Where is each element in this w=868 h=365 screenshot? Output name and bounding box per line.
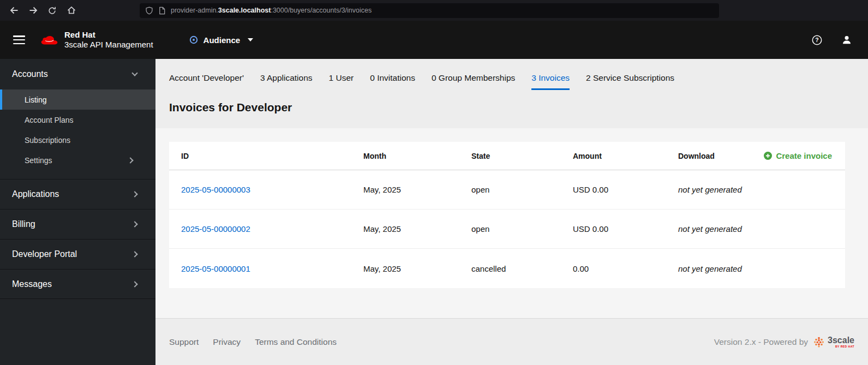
sidebar-item-label: Settings	[25, 156, 52, 165]
tab-user[interactable]: 1 User	[329, 73, 354, 90]
brand-line2: 3scale API Management	[64, 40, 153, 50]
redhat-hat-icon	[40, 34, 59, 46]
forward-button[interactable]	[23, 2, 43, 19]
forward-arrow-icon	[28, 5, 38, 15]
sidebar-item-subscriptions[interactable]: Subscriptions	[0, 130, 155, 150]
table-row: 2025-05-00000002 May, 2025 open USD 0.00…	[169, 210, 845, 249]
col-header-amount: Amount	[573, 152, 678, 160]
col-header-state: State	[471, 152, 573, 160]
version-text: Version 2.x - Powered by	[714, 337, 808, 347]
tab-applications[interactable]: 3 Applications	[260, 73, 313, 90]
col-header-month: Month	[363, 152, 471, 160]
footer-link-privacy[interactable]: Privacy	[213, 337, 241, 347]
sidebar-item-account-plans[interactable]: Account Plans	[0, 110, 155, 130]
footer-link-support[interactable]: Support	[169, 337, 199, 347]
layout-body: Accounts Listing Account Plans Subscript…	[0, 59, 868, 365]
url-bar[interactable]: provider-admin.3scale.localhost:3000/buy…	[140, 3, 719, 18]
back-arrow-icon	[9, 5, 19, 15]
invoices-table: ID Month State Amount Download Create in…	[169, 142, 845, 288]
create-invoice-button[interactable]: Create invoice	[764, 151, 845, 160]
user-menu-button[interactable]	[842, 35, 852, 45]
invoice-state: open	[471, 185, 573, 194]
tab-service-subscriptions[interactable]: 2 Service Subscriptions	[586, 73, 674, 90]
context-label: Audience	[203, 35, 241, 45]
accounts-subnav: Listing Account Plans Subscriptions Sett…	[0, 89, 155, 170]
footer: Support Privacy Terms and Conditions Ver…	[155, 318, 868, 365]
sidebar-item-label: Messages	[12, 279, 52, 289]
home-button[interactable]	[62, 2, 81, 19]
chevron-down-icon	[131, 70, 137, 76]
threescale-wordmark: 3scale BY RED HAT	[828, 336, 854, 348]
url-prefix: provider-admin.	[171, 7, 218, 14]
help-icon: ?	[812, 35, 822, 45]
tab-invoices[interactable]: 3 Invoices	[531, 73, 570, 90]
main-content: Account 'Developer' 3 Applications 1 Use…	[155, 59, 868, 365]
threescale-ball-icon	[813, 336, 825, 348]
browser-chrome: provider-admin.3scale.localhost:3000/buy…	[0, 0, 868, 21]
refresh-icon	[47, 6, 57, 15]
page-icon	[158, 7, 166, 15]
screen: provider-admin.3scale.localhost:3000/buy…	[0, 0, 868, 365]
home-icon	[67, 5, 76, 15]
sidebar-item-billing[interactable]: Billing	[0, 209, 155, 239]
refresh-button[interactable]	[43, 2, 62, 19]
page-title: Invoices for Developer	[169, 101, 868, 114]
invoice-month: May, 2025	[363, 224, 471, 234]
shield-icon	[145, 7, 153, 15]
help-button[interactable]: ?	[812, 35, 822, 45]
chevron-right-icon	[127, 157, 133, 163]
chevron-right-icon	[131, 191, 137, 197]
footer-links: Support Privacy Terms and Conditions	[169, 337, 337, 347]
url-path: :3000/buyers/accounts/3/invoices	[271, 7, 372, 14]
footer-link-terms[interactable]: Terms and Conditions	[255, 337, 337, 347]
url-host: 3scale.localhost	[218, 7, 271, 14]
plus-circle-icon	[764, 152, 772, 160]
sidebar: Accounts Listing Account Plans Subscript…	[0, 59, 155, 365]
hamburger-menu-icon[interactable]	[13, 35, 25, 44]
footer-version: Version 2.x - Powered by	[714, 336, 854, 348]
chevron-down-icon	[248, 38, 253, 41]
table-header-row: ID Month State Amount Download Create in…	[169, 142, 845, 170]
chevron-right-icon	[131, 221, 137, 227]
sidebar-item-label: Developer Portal	[12, 249, 77, 259]
context-selector[interactable]: Audience	[189, 35, 254, 45]
col-header-download: Download	[678, 152, 764, 160]
sidebar-item-settings[interactable]: Settings	[0, 150, 155, 170]
sidebar-item-listing[interactable]: Listing	[0, 89, 155, 110]
invoice-download-status: not yet generated	[678, 264, 845, 273]
sidebar-item-label: Account Plans	[25, 116, 74, 124]
brand-text: Red Hat 3scale API Management	[64, 30, 153, 50]
invoice-id-link[interactable]: 2025-05-00000003	[181, 185, 250, 194]
invoice-month: May, 2025	[363, 185, 471, 194]
back-button[interactable]	[4, 2, 23, 19]
tab-account-developer[interactable]: Account 'Developer'	[169, 73, 244, 90]
invoice-month: May, 2025	[363, 264, 471, 273]
account-tabs: Account 'Developer' 3 Applications 1 Use…	[155, 59, 868, 90]
tab-invitations[interactable]: 0 Invitations	[370, 73, 415, 90]
chevron-right-icon	[131, 251, 137, 257]
sidebar-item-accounts[interactable]: Accounts	[0, 59, 155, 89]
sidebar-item-messages[interactable]: Messages	[0, 269, 155, 299]
invoice-amount: USD 0.00	[573, 185, 678, 194]
threescale-byline: BY RED HAT	[835, 345, 854, 348]
header-right: ?	[812, 35, 852, 45]
app-header: Red Hat 3scale API Management Audience ?	[0, 21, 868, 59]
invoice-state: cancelled	[471, 264, 573, 273]
threescale-name: 3scale	[828, 336, 854, 345]
table-row: 2025-05-00000001 May, 2025 cancelled 0.0…	[169, 249, 845, 288]
sidebar-item-label: Applications	[12, 189, 59, 199]
invoice-amount: USD 0.00	[573, 224, 678, 234]
create-invoice-label: Create invoice	[776, 151, 832, 160]
threescale-logo: 3scale BY RED HAT	[813, 336, 854, 348]
sidebar-item-label: Listing	[25, 95, 46, 104]
invoice-id-link[interactable]: 2025-05-00000001	[181, 264, 250, 273]
brand-logo[interactable]: Red Hat 3scale API Management	[40, 30, 153, 50]
invoice-download-status: not yet generated	[678, 224, 845, 234]
invoice-id-link[interactable]: 2025-05-00000002	[181, 224, 250, 234]
sidebar-item-developer-portal[interactable]: Developer Portal	[0, 239, 155, 269]
content-band: ID Month State Amount Download Create in…	[155, 128, 868, 318]
tab-group-memberships[interactable]: 0 Group Memberships	[432, 73, 515, 90]
sidebar-item-applications[interactable]: Applications	[0, 179, 155, 209]
sidebar-item-label: Subscriptions	[25, 136, 70, 145]
sidebar-item-label: Billing	[12, 219, 35, 229]
